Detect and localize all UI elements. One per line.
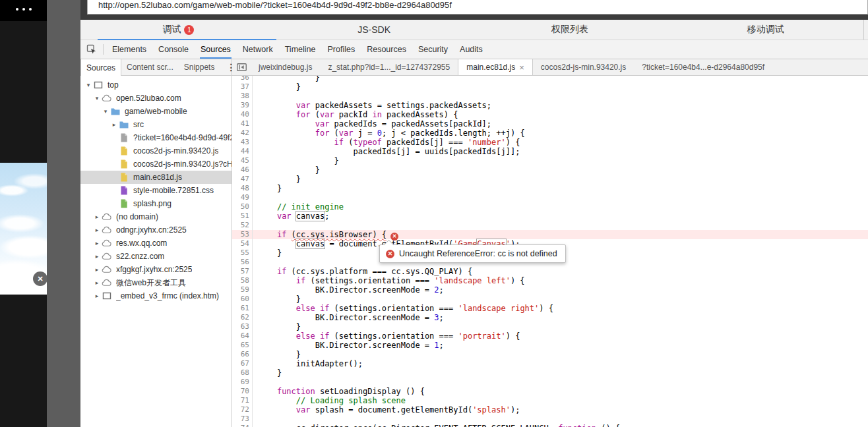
tree-item[interactable]: ▸odngr.jxyhx.cn:2525	[80, 223, 232, 237]
line-number[interactable]: 36	[232, 76, 253, 82]
more-menu-icon[interactable]	[16, 8, 32, 11]
code-line[interactable]: BK.Director.screenMode = 2;	[253, 285, 868, 295]
line-number[interactable]: 71	[232, 396, 253, 405]
line-number[interactable]: 37	[232, 82, 253, 92]
code-line[interactable]: cc.director.once(cc.Director.EVENT_AFTER…	[253, 424, 868, 427]
hide-navigator-icon[interactable]	[232, 59, 251, 75]
code-line[interactable]: var packedIds = packedAssets[packId];	[253, 119, 868, 128]
code-line[interactable]: for (var j = 0; j < packedIds.length; ++…	[253, 128, 868, 138]
inspector-tab-sources[interactable]: Sources	[195, 40, 237, 59]
chevron-right-icon[interactable]: ▸	[93, 279, 101, 286]
inspector-tab-resources[interactable]: Resources	[361, 40, 412, 59]
inspect-element-icon[interactable]	[86, 44, 97, 55]
line-number[interactable]: 74	[232, 424, 253, 427]
code-line[interactable]: if (typeof packedIds[j] === 'number') {	[253, 138, 868, 147]
sidebar-tab-snippets[interactable]: Snippets	[179, 59, 220, 75]
code-line[interactable]: if (settings.orientation === 'landscape …	[253, 276, 868, 285]
line-number[interactable]: 70	[232, 387, 253, 396]
code-line[interactable]: }	[253, 165, 868, 175]
line-number[interactable]: 39	[232, 101, 253, 110]
line-number[interactable]: 69	[232, 378, 253, 387]
sidebar-tab-contentscr[interactable]: Content scr...	[121, 59, 179, 75]
code-line[interactable]: }	[253, 82, 868, 92]
inspector-tab-timeline[interactable]: Timeline	[279, 40, 322, 59]
line-number[interactable]: 42	[232, 128, 253, 138]
line-number[interactable]: 51	[232, 212, 253, 221]
code-line[interactable]: // init engine	[253, 202, 868, 212]
code-line[interactable]	[253, 414, 868, 424]
code-line[interactable]: }	[253, 76, 868, 82]
url-bar[interactable]: http://open.52lubao.com/game/web-mobile/…	[87, 0, 868, 14]
code-line[interactable]	[253, 193, 868, 202]
chevron-right-icon[interactable]: ▸	[93, 227, 101, 233]
code-line[interactable]: }	[253, 322, 868, 331]
code-line[interactable]	[253, 221, 868, 230]
close-preview-button[interactable]: ✕	[33, 271, 47, 286]
main-tab-2[interactable]: 权限列表	[472, 20, 668, 40]
code-line[interactable]: function setLoadingDisplay () {	[253, 387, 868, 396]
tree-item[interactable]: ▸xfggkgf.jxyhx.cn:2525	[80, 263, 232, 276]
line-number[interactable]: 65	[232, 341, 253, 350]
code-line[interactable]: }	[253, 156, 868, 165]
line-number[interactable]: 52	[232, 221, 253, 230]
code-line[interactable]: else if (settings.orientation === 'lands…	[253, 304, 868, 313]
main-tab-0[interactable]: 调试1	[80, 20, 276, 40]
code-line[interactable]: if (cc.sys.platform === cc.sys.QQ_PLAY) …	[253, 267, 868, 276]
tree-item[interactable]: main.ec81d.js	[80, 171, 232, 184]
line-number[interactable]: 43	[232, 138, 253, 147]
line-number[interactable]: 49	[232, 193, 253, 202]
code-line[interactable]: packedIds[j] = uuids[packedIds[j]];	[253, 147, 868, 156]
line-number[interactable]: 66	[232, 350, 253, 359]
code-line[interactable]: initAdapter();	[253, 359, 868, 368]
line-number[interactable]: 61	[232, 304, 253, 313]
tree-item[interactable]: ▾open.52lubao.com	[80, 92, 232, 105]
code-line[interactable]: var packedAssets = settings.packedAssets…	[253, 101, 868, 110]
tree-item[interactable]: cocos2d-js-min.93420.js	[80, 144, 232, 157]
line-number[interactable]: 67	[232, 359, 253, 368]
line-number[interactable]: 40	[232, 110, 253, 119]
code-line[interactable]: else if (settings.orientation === 'portr…	[253, 331, 868, 341]
file-tab[interactable]: main.ec81d.js×	[458, 59, 533, 75]
line-number[interactable]: 48	[232, 184, 253, 193]
line-number[interactable]: 73	[232, 414, 253, 424]
line-number[interactable]: 54	[232, 239, 253, 248]
code-line[interactable]: }	[253, 350, 868, 359]
inspector-tab-elements[interactable]: Elements	[106, 40, 152, 59]
code-line[interactable]: var canvas;	[253, 212, 868, 221]
tree-item[interactable]: ▸(no domain)	[80, 210, 232, 223]
line-number[interactable]: 72	[232, 405, 253, 414]
line-number[interactable]: 46	[232, 165, 253, 175]
code-line[interactable]: }	[253, 175, 868, 184]
tree-item[interactable]: ▸_embed_v3_frmc (index.htm)	[80, 289, 232, 302]
inspector-tab-console[interactable]: Console	[152, 40, 195, 59]
file-tab[interactable]: jweixindebug.js	[251, 59, 320, 75]
tree-item[interactable]: ▸src	[80, 118, 232, 131]
main-tab-3[interactable]: 移动调试	[667, 20, 863, 40]
code-line[interactable]: }	[253, 184, 868, 193]
chevron-down-icon[interactable]: ▾	[84, 82, 92, 88]
chevron-right-icon[interactable]: ▸	[93, 253, 101, 260]
code-line[interactable]	[253, 92, 868, 101]
line-number[interactable]: 44	[232, 147, 253, 156]
main-tab-1[interactable]: JS-SDK	[276, 20, 472, 40]
chevron-down-icon[interactable]: ▾	[93, 95, 101, 101]
line-number[interactable]: 45	[232, 156, 253, 165]
code-line[interactable]: // Loading splash scene	[253, 396, 868, 405]
chevron-down-icon[interactable]: ▾	[102, 108, 109, 115]
line-number[interactable]: 68	[232, 368, 253, 378]
tree-item[interactable]: ▾top	[80, 78, 232, 92]
line-number[interactable]: 55	[232, 248, 253, 258]
tree-item[interactable]: ?ticket=160e4b4d-9d9d-49f2	[80, 131, 232, 144]
code-line[interactable]: BK.Director.screenMode = 1;	[253, 341, 868, 350]
code-line[interactable]: }	[253, 295, 868, 304]
tree-item[interactable]: cocos2d-js-min.93420.js?cHV	[80, 157, 232, 171]
inspector-tab-profiles[interactable]: Profiles	[321, 40, 361, 59]
code-line[interactable]: var splash = document.getElementById('sp…	[253, 405, 868, 414]
code-line[interactable]: BK.Director.screenMode = 3;	[253, 313, 868, 322]
chevron-right-icon[interactable]: ▸	[93, 214, 101, 220]
line-number[interactable]: 63	[232, 322, 253, 331]
file-tab[interactable]: cocos2d-js-min.93420.js	[533, 59, 634, 75]
code-line[interactable]: for (var packId in packedAssets) {	[253, 110, 868, 119]
line-number[interactable]: 41	[232, 119, 253, 128]
line-number[interactable]: 47	[232, 175, 253, 184]
